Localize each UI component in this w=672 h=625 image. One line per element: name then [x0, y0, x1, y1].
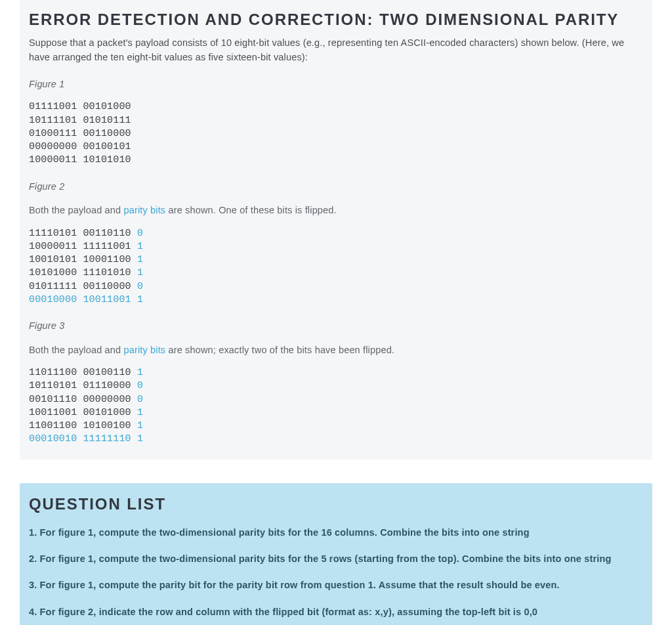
data-row: 11110101 00110110 — [29, 228, 131, 239]
parity-bits-link[interactable]: parity bits — [123, 205, 165, 215]
question-item: 4. For figure 2, indicate the row and co… — [29, 605, 643, 619]
figure2-intro-pre: Both the payload and — [29, 205, 123, 215]
data-row: 01011111 00110000 — [29, 281, 131, 292]
question-list-title: QUESTION LIST — [29, 495, 643, 513]
figure3-intro-pre: Both the payload and — [29, 345, 123, 355]
parity-bit: 1 — [137, 267, 143, 278]
figure2-intro-post: are shown. One of these bits is flipped. — [165, 205, 336, 215]
page-title: ERROR DETECTION AND CORRECTION: TWO DIME… — [29, 11, 643, 29]
data-row: 10101000 11101010 — [29, 267, 131, 278]
data-row: 11011100 00100110 — [29, 367, 131, 378]
figure1-data: 01111001 00101000 10111101 01010111 0100… — [29, 100, 643, 167]
question-list: 1. For figure 1, compute the two-dimensi… — [29, 525, 643, 625]
figure2-data: 11110101 00110110 0 10000011 11111001 1 … — [29, 227, 643, 307]
question-item: 1. For figure 1, compute the two-dimensi… — [29, 525, 643, 540]
data-row: 10111101 01010111 — [29, 115, 131, 126]
data-row: 00000000 00100101 — [29, 141, 131, 152]
parity-row: 00010010 11111110 1 — [29, 433, 143, 444]
data-row: 01111001 00101000 — [29, 101, 131, 112]
data-row: 00101110 00000000 — [29, 394, 131, 405]
data-row: 11001100 10100100 — [29, 420, 131, 431]
figure3-caption: Figure 3 — [29, 318, 643, 333]
parity-bit: 1 — [137, 420, 143, 431]
parity-row: 00010000 10011001 1 — [29, 294, 143, 305]
figure3-intro-post: are shown; exactly two of the bits have … — [165, 345, 394, 355]
data-row: 10000011 10101010 — [29, 154, 131, 165]
question-item: 2. For figure 1, compute the two-dimensi… — [29, 551, 643, 566]
data-row: 10010101 10001100 — [29, 254, 131, 265]
parity-bit: 0 — [137, 281, 143, 292]
figure2-caption: Figure 2 — [29, 179, 643, 194]
data-row: 01000111 00110000 — [29, 128, 131, 139]
data-row: 10000011 11111001 — [29, 241, 131, 252]
figure3-intro: Both the payload and parity bits are sho… — [29, 343, 643, 357]
parity-bits-link[interactable]: parity bits — [123, 345, 165, 355]
parity-bit: 0 — [137, 394, 143, 405]
data-row: 10110101 01110000 — [29, 380, 131, 391]
parity-bit: 0 — [137, 228, 143, 239]
parity-bit: 1 — [137, 367, 143, 378]
question-item: 3. For figure 1, compute the parity bit … — [29, 578, 643, 592]
figure3-data: 11011100 00100110 1 10110101 01110000 0 … — [29, 366, 643, 446]
question-list-panel: QUESTION LIST 1. For figure 1, compute t… — [20, 483, 652, 625]
figure2-intro: Both the payload and parity bits are sho… — [29, 203, 643, 217]
figure1-caption: Figure 1 — [29, 77, 643, 91]
parity-bit: 0 — [137, 380, 143, 391]
data-row: 10011001 00101000 — [29, 407, 131, 418]
description-text: Suppose that a packet's payload consists… — [29, 35, 643, 65]
parity-bit: 1 — [137, 241, 143, 252]
parity-bit: 1 — [137, 407, 143, 418]
parity-bit: 1 — [137, 254, 143, 265]
main-panel: ERROR DETECTION AND CORRECTION: TWO DIME… — [20, 0, 652, 460]
